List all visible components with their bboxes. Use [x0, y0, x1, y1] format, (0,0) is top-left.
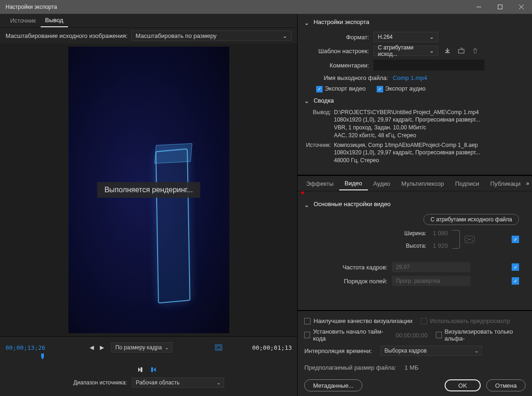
chevron-down-icon: ⌄	[429, 48, 434, 54]
svg-rect-1	[498, 5, 502, 9]
maximize-button[interactable]	[489, 0, 511, 14]
aspect-lock-icon[interactable]	[215, 344, 222, 351]
svg-rect-5	[217, 346, 220, 349]
tab-source[interactable]: Источник	[6, 14, 41, 27]
svg-rect-6	[41, 353, 44, 357]
estimated-size-label: Предполагаемый размер файла:	[304, 364, 396, 371]
delete-preset-icon[interactable]	[471, 46, 480, 55]
set-timecode-checkbox[interactable]: Установить начало тайм-кода	[304, 328, 387, 342]
preset-label: Шаблон настроек:	[304, 48, 369, 55]
scale-select-value: Масштабировать по размеру	[135, 32, 216, 39]
comments-label: Комментарии:	[304, 62, 369, 69]
chevron-down-icon: ⌄	[304, 97, 310, 103]
height-label: Высота:	[406, 243, 427, 249]
export-audio-checkbox[interactable]: ✓Экспорт аудио	[377, 85, 426, 92]
height-value[interactable]: 1 920	[433, 242, 448, 249]
ok-button[interactable]: OK	[445, 379, 481, 391]
timeline[interactable]	[6, 354, 292, 361]
summary-source-value: Композиция, Comp 1/tmpAEtoAMEProject-Com…	[334, 141, 526, 164]
format-label: Формат:	[304, 34, 369, 41]
tabs-overflow-icon[interactable]: »	[526, 180, 529, 187]
chevron-down-icon: ⌄	[282, 32, 287, 39]
fps-select[interactable]: 29,97	[392, 262, 471, 272]
cancel-button[interactable]: Отмена	[486, 379, 526, 391]
svg-rect-10	[151, 367, 153, 372]
playhead-icon[interactable]	[40, 353, 45, 360]
field-order-select[interactable]: Прогр. развертка	[392, 276, 471, 286]
svg-marker-7	[41, 357, 44, 359]
svg-rect-9	[141, 367, 142, 372]
time-interpolation-select[interactable]: Выборка кадров	[380, 346, 482, 356]
metadata-button[interactable]: Метаданные...	[304, 379, 362, 391]
svg-rect-4	[215, 345, 222, 350]
chevron-down-icon: ⌄	[429, 34, 434, 40]
export-video-checkbox[interactable]: ✓Экспорт видео	[316, 85, 366, 92]
timecode-start-value: 00;00;00;00	[396, 332, 428, 339]
format-select[interactable]: H.264⌄	[373, 32, 438, 42]
fps-label: Частота кадров:	[304, 264, 387, 271]
svg-rect-12	[459, 49, 464, 53]
match-source-button[interactable]: С атрибутами исходного файла	[423, 214, 519, 225]
out-point-icon[interactable]	[150, 367, 160, 374]
source-range-label: Диапазон источника:	[73, 379, 127, 386]
svg-marker-8	[138, 367, 141, 372]
field-order-label: Порядок полей:	[304, 278, 387, 285]
next-frame-icon[interactable]: ▶	[98, 344, 105, 351]
fps-match-checkbox[interactable]: ✓	[512, 263, 519, 271]
export-settings-header[interactable]: ⌄ Настройки экспорта	[298, 14, 532, 30]
close-button[interactable]	[511, 0, 532, 14]
chevron-down-icon: ⌄	[304, 201, 310, 207]
tab-captions[interactable]: Подписи	[450, 177, 485, 190]
rendering-overlay: Выполняется рендеринг...	[97, 182, 201, 198]
comments-input[interactable]	[373, 60, 484, 71]
output-name-label: Имя выходного файла:	[324, 74, 388, 81]
titlebar: Настройки экспорта	[0, 0, 532, 14]
timecode-duration: 00;00;01;13	[252, 344, 292, 351]
minimize-button[interactable]	[468, 0, 489, 14]
field-order-match-checkbox[interactable]: ✓	[512, 277, 519, 285]
svg-marker-11	[153, 367, 156, 372]
output-name-link[interactable]: Comp 1.mp4	[393, 74, 427, 81]
in-point-icon[interactable]	[137, 367, 147, 374]
fit-select[interactable]: По размеру кадра	[111, 342, 172, 353]
chevron-down-icon: ⌄	[304, 19, 310, 25]
save-preset-icon[interactable]	[443, 46, 452, 55]
summary-header[interactable]: ⌄ Сводка	[298, 94, 532, 109]
tab-publish[interactable]: Публикаци	[485, 177, 526, 190]
timecode-current[interactable]: 00;00;13;26	[6, 344, 45, 351]
width-label: Ширина:	[404, 230, 427, 237]
tab-audio[interactable]: Аудио	[368, 177, 396, 190]
time-interpolation-label: Интерполяция времени:	[304, 347, 372, 354]
link-dimensions-icon[interactable]	[465, 236, 475, 243]
scale-label: Масштабирование исходного изображения:	[6, 32, 128, 39]
preset-select[interactable]: С атрибутами исход...⌄	[373, 46, 438, 56]
tab-video[interactable]: Видео	[339, 177, 368, 190]
dimensions-match-checkbox[interactable]: ✓	[512, 236, 519, 243]
window-title: Настройки экспорта	[6, 4, 468, 10]
prev-frame-icon[interactable]: ◀	[88, 344, 95, 351]
summary-source-key: Источник:	[304, 141, 331, 164]
video-basic-header[interactable]: ⌄ Основные настройки видео	[298, 196, 532, 212]
preview-area: Выполняется рендеринг...	[0, 43, 297, 336]
width-value[interactable]: 1 080	[433, 230, 448, 237]
estimated-size-value: 1 МБ	[404, 364, 418, 371]
best-quality-checkbox[interactable]: Наилучшее качество визуализации	[304, 317, 412, 324]
source-range-select[interactable]: Рабочая область	[132, 378, 224, 388]
tab-effects[interactable]: Эффекты	[300, 177, 339, 190]
scale-select[interactable]: Масштабировать по размеру ⌄	[131, 30, 292, 41]
tab-multiplexer[interactable]: Мультиплексор	[396, 177, 450, 190]
tab-output[interactable]: Вывод	[41, 14, 68, 27]
use-preview-checkbox: Использовать предпросмотр	[421, 317, 510, 324]
summary-output-value: D:\PROJECTS\CYBER\Untitled Project_AME\C…	[334, 109, 526, 140]
import-preset-icon[interactable]	[457, 46, 466, 55]
alpha-only-checkbox[interactable]: Визуализировать только альфа-	[436, 328, 526, 342]
summary-output-key: Вывод:	[304, 109, 331, 140]
